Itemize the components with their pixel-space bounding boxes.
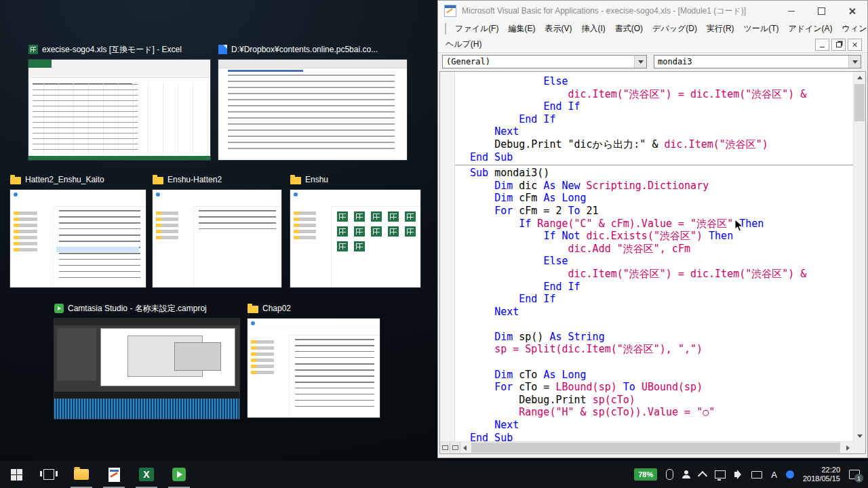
vertical-scrollbar-thumb[interactable] [854,84,865,121]
code-line[interactable]: Debug.Print sp(cTo) [470,394,854,407]
scroll-left-icon[interactable] [459,442,471,453]
battery-status[interactable]: 78% [634,468,657,481]
minimize-button[interactable] [776,1,806,21]
taskbar-file-explorer[interactable] [65,461,98,488]
window-title-bar[interactable]: Enshu [290,174,420,186]
scroll-right-icon[interactable] [842,442,854,453]
code-indicator-margin[interactable] [440,72,455,442]
code-line[interactable]: If Range("C" & cFm).Value = "渋谷区" Then [470,218,854,230]
keyboard-icon[interactable] [751,471,762,479]
menu-item[interactable]: 表示(V) [540,21,576,37]
taskview-window-document[interactable]: D:¥Dropbox¥contents.online.pc5bai.co... [218,43,407,163]
code-line[interactable]: Debug.Print "dicから出力:" & dic.Item("渋谷区") [470,138,854,151]
speaker-icon[interactable] [734,472,738,477]
window-thumbnail[interactable] [153,190,281,287]
code-line[interactable]: End Sub [470,151,854,164]
mouse-device-icon[interactable] [666,469,673,480]
code-editor-lines[interactable]: Else dic.Item("渋谷区") = dic.Item("渋谷区") &… [455,72,854,442]
taskbar-clock[interactable]: 22:20 2018/05/15 [803,466,840,483]
code-line[interactable]: End If [470,281,854,293]
start-button[interactable] [0,461,33,488]
action-center-icon[interactable]: 1 [849,470,860,479]
menu-item[interactable]: デバッグ(D) [648,21,702,37]
menu-item[interactable]: 挿入(I) [576,21,610,37]
taskbar-vbe[interactable] [98,461,130,488]
menu-item[interactable]: 実行(R) [702,21,739,37]
vbe-titlebar[interactable]: Microsoft Visual Basic for Applications … [438,1,867,22]
window-thumbnail[interactable] [10,190,146,287]
window-thumbnail[interactable] [248,319,380,418]
code-line[interactable]: Dim dic As New Scripting.Dictionary [470,180,854,192]
code-line[interactable]: Else [470,75,854,88]
tray-expand-icon[interactable] [698,471,707,481]
mdi-minimize-button[interactable] [815,39,829,51]
code-line[interactable]: For cTo = LBound(sp) To UBound(sp) [470,381,854,394]
bluetooth-app-icon[interactable] [786,470,794,479]
close-button[interactable] [837,1,867,21]
people-icon[interactable] [682,470,690,479]
window-title-bar[interactable]: execise-sogo4.xls [互換モード] - Excel [28,43,210,56]
taskview-window-camtasia[interactable]: Camtasia Studio - 名称未設定.camproj [54,302,239,422]
code-line[interactable]: Sub mondai3() [470,167,854,180]
window-title-bar[interactable]: Hatten2_Enshu_Kaito [10,174,146,186]
code-line[interactable]: sp = Split(dic.Item("渋谷区"), ",") [470,343,854,356]
code-line[interactable]: End If [470,293,854,306]
chevron-down-icon[interactable] [634,56,646,68]
window-title-bar[interactable]: Enshu-Hatten2 [153,174,281,186]
window-thumbnail[interactable] [218,60,407,160]
mdi-restore-button[interactable] [831,39,846,51]
window-title-bar[interactable]: D:¥Dropbox¥contents.online.pc5bai.co... [218,43,407,56]
code-line[interactable]: If Not dic.Exists("渋谷区") Then [470,230,854,243]
scroll-up-icon[interactable] [854,72,865,83]
object-combobox[interactable]: (General) [442,55,647,68]
network-icon[interactable] [715,470,726,479]
code-line[interactable]: Dim cFm As Long [470,192,854,205]
horizontal-scrollbar[interactable] [440,441,854,453]
taskbar-camtasia[interactable] [163,461,195,488]
taskbar-excel[interactable]: X [130,461,163,488]
code-line[interactable]: Dim sp() As String [470,331,854,344]
code-line[interactable]: dic.Item("渋谷区") = dic.Item("渋谷区") & [470,88,854,101]
code-line[interactable]: Range("H" & sp(cTo)).Value = "○" [470,406,854,419]
code-line[interactable] [470,356,854,369]
code-line[interactable]: For cFm = 2 To 21 [470,205,854,218]
code-line[interactable]: Next [470,306,854,319]
menu-item[interactable]: ツール(T) [739,21,784,37]
vertical-scrollbar[interactable] [853,72,865,442]
menu-item[interactable]: アドイン(A) [783,21,837,37]
menu-item[interactable]: ヘルプ(H) [441,37,487,52]
menu-item[interactable]: 書式(O) [610,21,648,37]
taskview-window-enshu-hatten2[interactable]: Enshu-Hatten2 [153,174,281,289]
window-thumbnail[interactable] [54,319,239,419]
code-line[interactable]: Next [470,419,854,432]
code-line[interactable]: End If [470,113,854,126]
maximize-button[interactable] [806,1,837,21]
menu-item[interactable]: 編集(E) [503,21,540,37]
procedure-combobox[interactable]: mondai3 [654,55,861,68]
code-line[interactable]: Next [470,125,854,138]
ime-mode-indicator[interactable]: A [771,470,777,480]
horizontal-scrollbar-thumb[interactable] [471,443,840,453]
window-thumbnail[interactable] [290,190,420,287]
code-line[interactable]: Dim cTo As Long [470,369,854,382]
code-line[interactable]: End If [470,100,854,113]
window-thumbnail[interactable] [28,60,210,160]
code-line[interactable]: End Sub [470,432,854,442]
taskview-window-chap02[interactable]: Chap02 [248,302,380,420]
code-line[interactable]: dic.Item("渋谷区") = dic.Item("渋谷区") & [470,268,854,281]
chevron-down-icon[interactable] [848,56,861,68]
taskview-window-hatten2-enshu-kaito[interactable]: Hatten2_Enshu_Kaito [10,174,146,289]
code-line[interactable]: dic.Add "渋谷区", cFm [470,243,854,256]
code-line[interactable]: Else [470,255,854,268]
procedure-view-button[interactable] [440,442,450,453]
taskview-window-excel[interactable]: execise-sogo4.xls [互換モード] - Excel [28,43,210,163]
mdi-close-button[interactable] [848,39,862,51]
taskview-window-enshu[interactable]: Enshu [290,174,420,289]
scroll-down-icon[interactable] [854,430,865,442]
window-title-bar[interactable]: Chap02 [248,302,380,314]
code-line[interactable] [470,318,854,331]
window-title-bar[interactable]: Camtasia Studio - 名称未設定.camproj [54,302,239,314]
menu-item[interactable]: ファイル(F) [450,21,503,37]
menu-item[interactable]: ウィンドウ(W) [837,21,868,37]
task-view-button[interactable] [33,461,65,488]
